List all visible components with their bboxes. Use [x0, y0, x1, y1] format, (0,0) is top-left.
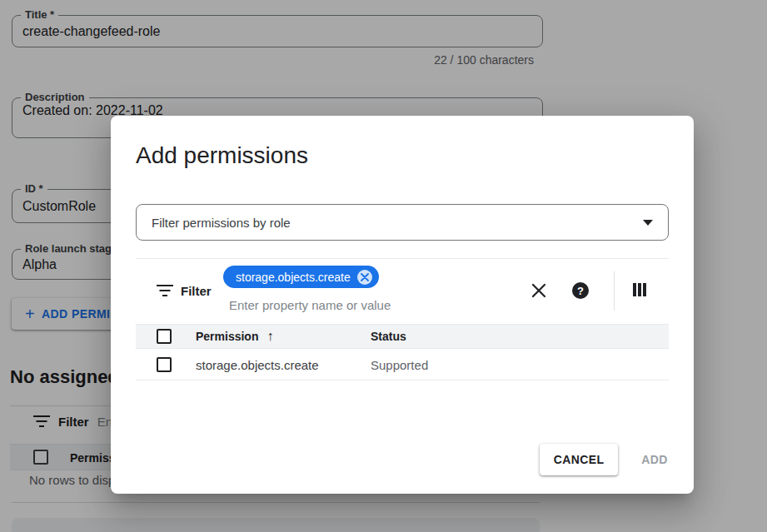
help-icon[interactable]: ?	[570, 281, 590, 301]
create-role-screen: Title * create-changefeed-role 22 / 100 …	[0, 0, 767, 532]
row-checkbox[interactable]	[157, 357, 172, 372]
permissions-table-header: Permission ↑ Status	[136, 324, 669, 349]
divider	[136, 258, 669, 259]
clear-filters-icon[interactable]	[529, 281, 549, 301]
divider	[614, 271, 615, 311]
status-column-header: Status	[371, 330, 406, 343]
filter-bar-label: Filter	[181, 284, 212, 298]
add-button[interactable]: ADD	[627, 444, 682, 475]
permission-column-header: Permission	[196, 330, 258, 343]
remove-chip-icon[interactable]	[357, 270, 372, 285]
filter-permissions-by-role-dropdown[interactable]: Filter permissions by role	[136, 204, 669, 241]
select-all-checkbox[interactable]	[157, 329, 172, 344]
sort-ascending-icon[interactable]: ↑	[266, 330, 273, 343]
column-display-options-icon[interactable]	[630, 280, 650, 300]
filter-chip-label: storage.objects.create	[236, 271, 351, 284]
dialog-title: Add permissions	[136, 142, 308, 169]
permission-cell: storage.objects.create	[196, 358, 319, 372]
status-cell: Supported	[371, 358, 428, 372]
filter-input-placeholder[interactable]: Enter property name or value	[229, 298, 391, 312]
role-dropdown-placeholder: Filter permissions by role	[152, 216, 291, 230]
arrow-drop-down-icon	[643, 220, 653, 226]
table-row[interactable]: storage.objects.create Supported	[136, 350, 669, 380]
cancel-button[interactable]: CANCEL	[540, 444, 618, 475]
add-permissions-dialog: Add permissions Filter permissions by ro…	[111, 116, 694, 494]
filter-list-icon	[157, 285, 173, 297]
filter-chip[interactable]: storage.objects.create	[223, 266, 379, 288]
